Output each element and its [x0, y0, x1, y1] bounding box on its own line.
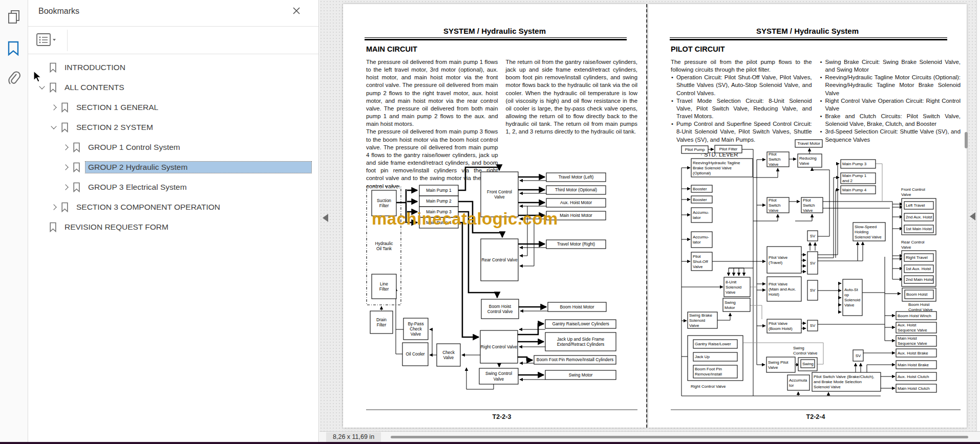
diagram-node: Aux. Hoist Clutch: [896, 372, 936, 381]
bookmarks-toolbar: [28, 27, 318, 54]
diagram-node: Main Pump 1and 2: [841, 173, 876, 184]
svg-text:Booster: Booster: [693, 187, 707, 191]
diagram-node: 8-UnitSolenoidValve: [724, 277, 750, 297]
diagram-node: SV: [807, 320, 818, 331]
diagram-node: Swing: [801, 360, 815, 368]
expander-chevron-icon[interactable]: [36, 83, 49, 92]
document-viewport[interactable]: SYSTEM / Hydraulic System MAIN CIRCUIT T…: [319, 0, 980, 431]
diagram-node: Aux. Hoist Motor: [546, 198, 606, 207]
diagram-node: Left Travel: [904, 202, 933, 209]
svg-text:1st Aux. Hoist: 1st Aux. Hoist: [906, 267, 931, 271]
diagram-node: Right Control Valve: [691, 384, 726, 389]
page-divider-dashed: [646, 4, 647, 428]
bookmarks-icon[interactable]: [7, 41, 22, 56]
svg-text:CheckValve: CheckValve: [442, 350, 455, 360]
svg-text:Rear ControlValve: Rear ControlValve: [901, 240, 925, 250]
diagram-node: Front ControlValve: [901, 187, 925, 197]
expander-chevron-icon[interactable]: [60, 183, 72, 192]
bookmark-icon: [72, 142, 86, 152]
svg-text:Rear Control Valve: Rear Control Valve: [481, 257, 517, 262]
svg-text:Gantry Raise/Lower: Gantry Raise/Lower: [695, 342, 731, 346]
svg-text:Left Travel: Left Travel: [906, 203, 925, 208]
diagram-node: Boom Foot PinRemove/Install: [693, 365, 737, 378]
collapse-left-panel-icon[interactable]: [323, 214, 328, 222]
diagram-node: Swing Motor: [545, 370, 616, 380]
bookmark-item-section-1-general[interactable]: SECTION 1 GENERAL: [28, 97, 318, 117]
bookmark-icon: [49, 222, 62, 232]
horizontal-scrollbar-thumb[interactable]: [391, 436, 968, 438]
bookmarks-panel: Bookmarks INTRODUCTIONALL CONTENTSSECTIO…: [28, 0, 319, 442]
paragraph: The pressure oil from the pilot pump flo…: [671, 58, 812, 74]
diagram-node: 2nd Aux. Hoist: [904, 213, 933, 221]
diagram-node: Pilot Valve(Travel): [767, 247, 801, 273]
bookmarks-tree: INTRODUCTIONALL CONTENTSSECTION 1 GENERA…: [28, 57, 318, 237]
svg-text:Front ControlValve: Front ControlValve: [901, 187, 925, 197]
diagram-node: Main Hoist Brake: [896, 361, 936, 369]
expander-chevron-icon[interactable]: [60, 163, 72, 172]
svg-text:Pilot Filter: Pilot Filter: [719, 147, 738, 151]
page-footer: T2-2-3: [366, 409, 637, 421]
diagram-node: Travel Motor (Left): [546, 173, 606, 182]
svg-text:SV: SV: [810, 323, 816, 328]
bookmark-item-section-3-component-operation[interactable]: SECTION 3 COMPONENT OPERATION: [28, 197, 318, 217]
svg-text:SwingMotor: SwingMotor: [725, 300, 736, 310]
svg-text:SV: SV: [810, 288, 816, 293]
paragraph: The return oil from the gantry raise/low…: [506, 58, 638, 136]
section-title: PILOT CIRCUIT: [671, 45, 961, 53]
diagram-node: Accumulator: [787, 375, 809, 390]
watermark-text: machinecatalogic.com: [372, 209, 558, 229]
pdf-page-left: SYSTEM / Hydraulic System MAIN CIRCUIT T…: [343, 4, 646, 428]
bullet-item: Reeving/Hydraulic Tagline Motor Circuits…: [820, 74, 961, 97]
svg-text:SV: SV: [856, 353, 861, 358]
expander-chevron-icon[interactable]: [48, 123, 60, 132]
diagram-node: SwingControl Valve: [793, 346, 818, 356]
svg-text:Travel Motor: Travel Motor: [797, 141, 820, 146]
expander-chevron-icon[interactable]: [48, 203, 60, 212]
svg-text:Booster: Booster: [693, 197, 707, 202]
collapse-right-panel-icon[interactable]: [970, 212, 975, 220]
bookmark-label: SECTION 2 SYSTEM: [74, 122, 156, 133]
vertical-scrollbar-thumb[interactable]: [965, 132, 968, 148]
diagram-node: SV: [807, 231, 818, 241]
svg-text:Travel Motor (Right): Travel Motor (Right): [557, 241, 595, 247]
diagram-node: By-PassCheckValve: [403, 318, 428, 340]
svg-text:Boom HoistControl Valve: Boom HoistControl Valve: [487, 304, 513, 314]
bookmark-item-introduction[interactable]: INTRODUCTION: [28, 57, 318, 77]
diagram-node: Travel Motor: [795, 140, 822, 147]
svg-text:Boom Foot Pin Remove/Install C: Boom Foot Pin Remove/Install Cylinders: [537, 357, 613, 362]
bookmark-item-group-3-electrical-system[interactable]: GROUP 3 Electrical System: [28, 177, 318, 197]
bullet-item: Right Control Valve Operation Circuit: R…: [820, 97, 961, 113]
bookmark-item-all-contents[interactable]: ALL CONTENTS: [28, 77, 318, 97]
svg-text:Travel Motor (Left): Travel Motor (Left): [559, 174, 594, 180]
bullet-list: Operation Circuit: Pilot Shut-Off Valve,…: [671, 74, 812, 143]
diagram-node: Boom Hoist: [905, 290, 933, 299]
attachments-icon[interactable]: [7, 71, 22, 86]
bookmark-label: ALL CONTENTS: [62, 82, 127, 93]
bookmark-icon: [49, 82, 62, 93]
close-panel-icon[interactable]: [292, 6, 302, 16]
page-number: T2-2-3: [366, 413, 637, 420]
expander-chevron-icon[interactable]: [48, 103, 60, 112]
bookmark-icon: [60, 122, 74, 132]
bookmark-item-group-1-control-system[interactable]: GROUP 1 Control System: [28, 137, 318, 157]
diagram-node: Booster: [691, 185, 712, 192]
bookmark-item-section-2-system[interactable]: SECTION 2 SYSTEM: [28, 117, 318, 137]
bullet-item: Swing Brake Circuit: Swing Brake Solenoi…: [820, 58, 961, 74]
diagram-node: Boom Hoist Winch: [896, 312, 936, 320]
expander-placeholder: [36, 63, 49, 72]
bookmark-item-group-2-hydraulic-system[interactable]: GROUP 2 Hydraulic System: [28, 157, 318, 177]
svg-text:Main Hoist Motor: Main Hoist Motor: [560, 213, 592, 218]
svg-text:SwingControl Valve: SwingControl Valve: [793, 346, 818, 356]
options-menu-icon[interactable]: [36, 33, 59, 47]
diagram-node: Oil Cooler: [402, 343, 428, 366]
svg-text:SV: SV: [810, 261, 816, 265]
diagram-node: Main Hoist Clutch: [896, 384, 936, 392]
expander-chevron-icon[interactable]: [60, 143, 72, 152]
svg-text:Right Travel: Right Travel: [906, 255, 928, 260]
page-thumbnails-icon[interactable]: [7, 9, 22, 25]
bookmark-icon: [72, 162, 86, 172]
section-title: MAIN CIRCUIT: [366, 45, 637, 53]
bookmark-item-revision-request-form[interactable]: REVISION REQUEST FORM: [28, 217, 318, 237]
diagram-node: PilotSwitchValve: [801, 197, 823, 213]
svg-text:Oil Cooler: Oil Cooler: [406, 351, 424, 357]
